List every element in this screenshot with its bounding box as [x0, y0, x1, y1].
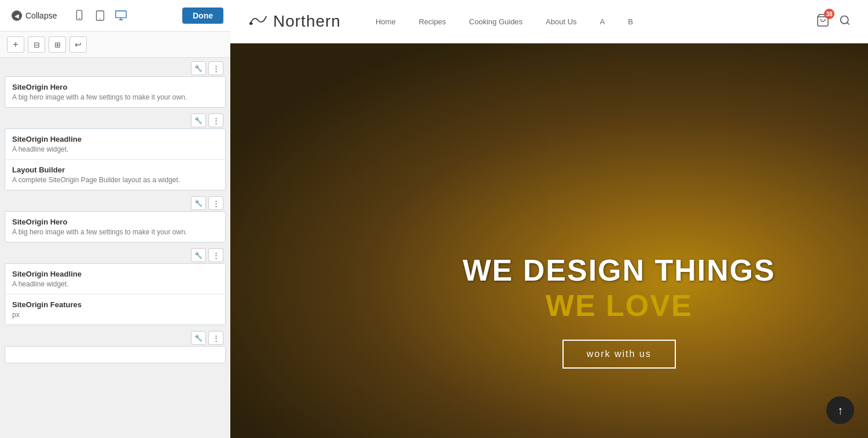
toolbar-top: ◀ Collapse: [0, 0, 230, 32]
nav-b[interactable]: B: [628, 17, 633, 26]
site-nav: Home Recipes Cooking Guides About Us A B: [376, 17, 816, 26]
collapse-button[interactable]: ◀ Collapse: [7, 8, 61, 23]
device-switcher: [71, 7, 130, 24]
hero-line2: WE LOVE: [463, 289, 775, 322]
row2-widget-group: SiteOrigin Headline A headline widget. L…: [5, 128, 226, 190]
collapse-label: Collapse: [25, 11, 57, 20]
row5-controls: 🔧 ⋮: [5, 327, 226, 346]
add-row-button[interactable]: ⊟: [28, 36, 45, 53]
headline-widget-1-desc: A headline widget.: [12, 145, 218, 153]
row4-edit-button[interactable]: 🔧: [191, 248, 206, 262]
left-panel: ◀ Collapse: [0, 0, 230, 438]
arrow-left-icon: ◀: [12, 10, 22, 21]
headline-widget-2-title: SiteOrigin Headline: [12, 270, 218, 278]
wrench-icon-5: 🔧: [194, 334, 203, 342]
hero-widget-1-desc: A big hero image with a few settings to …: [12, 93, 218, 101]
mobile-view-button[interactable]: [71, 7, 88, 24]
layout-builder-title: Layout Builder: [12, 165, 218, 174]
site-logo-text: Northern: [273, 12, 341, 31]
tablet-view-button[interactable]: [91, 7, 109, 24]
row3-edit-button[interactable]: 🔧: [191, 196, 206, 210]
row4-widget-group: SiteOrigin Headline A headline widget. S…: [5, 263, 226, 325]
grid-icon: ⊞: [54, 41, 61, 49]
row3-controls: 🔧 ⋮: [5, 193, 226, 211]
row2-more-button[interactable]: ⋮: [208, 113, 223, 127]
hero-widget-1-title: SiteOrigin Hero: [12, 83, 218, 91]
row3-more-button[interactable]: ⋮: [208, 196, 223, 210]
wrench-icon-4: 🔧: [194, 252, 203, 259]
partial-widget[interactable]: [5, 346, 226, 363]
headline-widget-2-desc: A headline widget.: [12, 280, 218, 288]
hero-widget-2-desc: A big hero image with a few settings to …: [12, 228, 218, 236]
row1-more-button[interactable]: ⋮: [208, 61, 223, 75]
svg-point-7: [249, 23, 253, 25]
svg-rect-4: [116, 11, 126, 18]
nav-about-us[interactable]: About Us: [546, 17, 576, 26]
search-icon: [839, 14, 851, 26]
nav-home[interactable]: Home: [376, 17, 396, 26]
dots-icon-5: ⋮: [212, 334, 220, 343]
hero-widget-2-title: SiteOrigin Hero: [12, 218, 218, 226]
done-button[interactable]: Done: [182, 8, 223, 24]
layout-builder-widget[interactable]: Layout Builder A complete SiteOrigin Pag…: [5, 160, 225, 190]
features-widget[interactable]: SiteOrigin Features px: [5, 295, 225, 325]
widgets-area: 🔧 ⋮ SiteOrigin Hero A big hero image wit…: [0, 58, 230, 438]
cart-badge: 38: [824, 9, 834, 19]
wrench-icon-2: 🔧: [194, 117, 203, 124]
wrench-icon: 🔧: [194, 65, 203, 72]
arrow-up-icon: ↑: [837, 404, 843, 417]
search-button[interactable]: [839, 14, 851, 28]
features-widget-title: SiteOrigin Features: [12, 300, 218, 309]
features-widget-desc: px: [12, 311, 218, 319]
desktop-icon: [115, 9, 127, 22]
wrench-icon-3: 🔧: [194, 200, 203, 207]
hero-cta-button[interactable]: work with us: [562, 340, 676, 369]
nav-cooking-guides[interactable]: Cooking Guides: [469, 17, 523, 26]
headline-widget-1-title: SiteOrigin Headline: [12, 135, 218, 143]
layout-builder-desc: A complete SiteOrigin Page Builder layou…: [12, 176, 218, 184]
hero-line1: WE DESIGN THINGS: [463, 254, 775, 287]
nav-recipes[interactable]: Recipes: [419, 17, 446, 26]
row4-more-button[interactable]: ⋮: [208, 248, 223, 262]
dots-icon-3: ⋮: [212, 199, 220, 208]
toolbar-second: + ⊟ ⊞ ↩: [0, 32, 230, 58]
desktop-view-button[interactable]: [112, 7, 130, 24]
tablet-icon: [94, 9, 106, 22]
prebuilt-layouts-button[interactable]: ⊞: [49, 36, 66, 53]
row2-controls: 🔧 ⋮: [5, 110, 226, 128]
mobile-icon: [73, 9, 86, 22]
svg-point-3: [100, 19, 101, 19]
header-actions: 38: [816, 13, 851, 30]
svg-point-9: [841, 16, 848, 24]
headline-widget-1[interactable]: SiteOrigin Headline A headline widget.: [5, 129, 225, 160]
scroll-top-button[interactable]: ↑: [826, 396, 854, 424]
svg-point-1: [79, 18, 80, 19]
dots-icon-2: ⋮: [212, 116, 220, 125]
hero-widget-2[interactable]: SiteOrigin Hero A big hero image with a …: [5, 211, 226, 242]
row4-controls: 🔧 ⋮: [5, 245, 226, 263]
hero-content: WE DESIGN THINGS WE LOVE work with us: [463, 254, 775, 369]
logo-icon: [248, 10, 269, 33]
hero-section: WE DESIGN THINGS WE LOVE work with us ↑: [230, 43, 868, 438]
plus-icon: +: [13, 39, 18, 50]
nav-a[interactable]: A: [600, 17, 605, 26]
undo-button[interactable]: ↩: [69, 36, 87, 53]
row5-edit-button[interactable]: 🔧: [191, 331, 206, 345]
hero-widget-1[interactable]: SiteOrigin Hero A big hero image with a …: [5, 76, 226, 108]
columns-icon: ⊟: [34, 41, 40, 49]
site-logo: Northern: [248, 10, 341, 33]
row5-more-button[interactable]: ⋮: [208, 331, 223, 345]
dots-icon-4: ⋮: [212, 251, 220, 260]
add-widget-button[interactable]: +: [7, 36, 24, 53]
row1-controls: 🔧 ⋮: [5, 58, 226, 76]
right-panel: Northern Home Recipes Cooking Guides Abo…: [230, 0, 868, 438]
dots-icon: ⋮: [212, 64, 220, 73]
svg-line-10: [847, 23, 849, 25]
row1-edit-button[interactable]: 🔧: [191, 61, 206, 75]
cart-button[interactable]: 38: [816, 13, 830, 30]
hero-background: [230, 43, 868, 438]
row2-edit-button[interactable]: 🔧: [191, 113, 206, 127]
undo-icon: ↩: [75, 40, 82, 49]
site-header: Northern Home Recipes Cooking Guides Abo…: [230, 0, 868, 43]
headline-widget-2[interactable]: SiteOrigin Headline A headline widget.: [5, 264, 225, 295]
